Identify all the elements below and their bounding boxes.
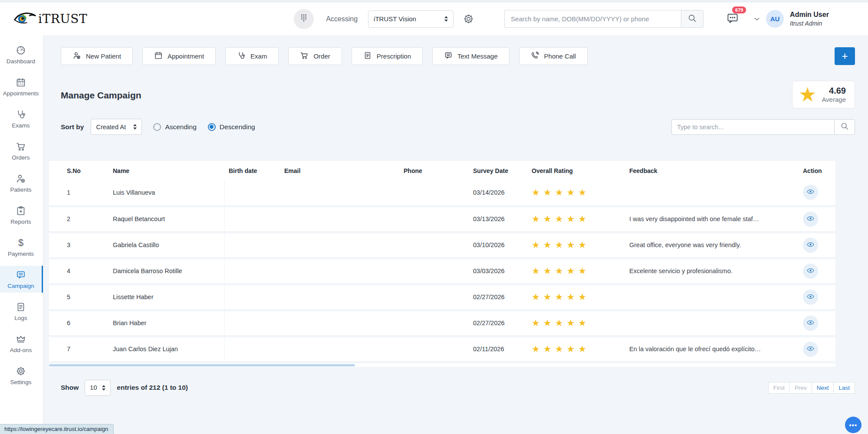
rating-stars: ★★★★★ <box>527 336 625 362</box>
eye-icon <box>806 293 815 301</box>
average-rating-card: ★ 4.69 Average <box>792 81 855 108</box>
chat-bubble-icon <box>726 12 739 26</box>
campaign-table: S.No Name Birth date Email Phone Survey … <box>49 161 835 367</box>
text-message-button[interactable]: Text Message <box>432 47 510 65</box>
ellipsis-icon: ••• <box>849 421 858 429</box>
view-button[interactable] <box>803 238 818 253</box>
order-button[interactable]: Order <box>288 47 342 65</box>
messages-count-badge: 679 <box>732 7 746 13</box>
stethoscope-icon <box>237 51 246 61</box>
sort-field-select[interactable]: Created At <box>91 119 142 135</box>
grid-dots-icon <box>299 13 309 25</box>
document-icon <box>0 302 42 312</box>
col-name: Name <box>108 161 224 180</box>
table-row: 1 Luis Villanueva 03/14/2026 ★★★★★ <box>49 180 835 206</box>
avatar[interactable]: AU <box>766 10 784 28</box>
view-button[interactable] <box>803 290 818 305</box>
logo-text: iTRUST <box>38 12 87 26</box>
ascending-radio[interactable]: Ascending <box>153 123 196 131</box>
sidebar-item-logs[interactable]: Logs <box>0 298 43 325</box>
prescription-button[interactable]: Prescription <box>352 47 423 65</box>
magnifier-icon <box>840 122 849 132</box>
sidebar-item-campaign[interactable]: Campaign <box>0 266 43 293</box>
location-select[interactable]: iTRUST Vision <box>368 10 454 28</box>
pagination-last-button[interactable]: Last <box>833 382 855 394</box>
sidebar-item-patients[interactable]: Patients <box>0 170 43 196</box>
account-chevron-down-icon[interactable] <box>753 15 761 23</box>
global-search-button[interactable] <box>681 10 704 28</box>
average-rating-label: Average <box>822 96 846 103</box>
pagination-first-button[interactable]: First <box>768 382 790 394</box>
page-size-select[interactable]: 10 <box>85 380 111 396</box>
appointment-button[interactable]: Appointment <box>142 47 216 65</box>
gear-icon[interactable] <box>463 13 474 24</box>
col-action: Action <box>799 161 835 180</box>
stethoscope-icon <box>0 109 42 120</box>
view-button[interactable] <box>803 316 818 331</box>
sidebar-item-payments[interactable]: $ Payments <box>0 234 43 261</box>
show-label: Show <box>61 384 79 392</box>
apps-grid-button[interactable] <box>294 9 314 29</box>
table-row: 5 Lissette Haber 02/27/2026 ★★★★★ <box>49 284 835 310</box>
sidebar-item-reports[interactable]: Reports <box>0 202 43 228</box>
user-block: Admin User Itrust Admin <box>790 10 829 27</box>
calendar-icon <box>0 77 42 88</box>
eye-icon <box>806 319 815 327</box>
main-content: New Patient Appointment Exam Order Presc… <box>43 35 868 434</box>
select-arrows-icon <box>102 385 105 391</box>
page-title: Manage Campaign <box>61 90 141 101</box>
clipboard-plus-icon <box>0 206 42 216</box>
select-arrows-icon <box>133 124 137 130</box>
sidebar-item-addons[interactable]: Add-ons <box>0 330 43 357</box>
sidebar-item-exams[interactable]: Exams <box>0 105 43 132</box>
plus-icon: + <box>842 51 848 62</box>
view-button[interactable] <box>803 212 818 227</box>
descending-radio[interactable]: Descending <box>208 123 255 131</box>
sort-by-label: Sort by <box>61 123 84 131</box>
support-chat-button[interactable]: ••• <box>845 417 861 433</box>
star-icon: ★ <box>799 85 816 104</box>
crown-icon <box>0 334 42 344</box>
sidebar-item-settings[interactable]: Settings <box>0 362 43 389</box>
view-button[interactable] <box>803 264 818 279</box>
phone-icon <box>531 51 539 61</box>
sidebar-item-appointments[interactable]: Appointments <box>0 73 43 100</box>
new-patient-button[interactable]: New Patient <box>61 47 133 65</box>
pagination-prev-button[interactable]: Prev <box>789 382 812 394</box>
view-button[interactable] <box>803 185 818 200</box>
table-row: 2 Raquel Betancourt 03/13/2026 ★★★★★ I w… <box>49 206 835 232</box>
exam-button[interactable]: Exam <box>225 47 279 65</box>
average-rating-value: 4.69 <box>822 86 846 96</box>
table-search-input[interactable] <box>671 119 834 135</box>
col-email: Email <box>280 161 399 180</box>
sidebar-item-dashboard[interactable]: Dashboard <box>0 41 43 68</box>
scrollbar-thumb[interactable] <box>49 364 355 366</box>
person-plus-icon <box>0 173 42 184</box>
view-button[interactable] <box>803 342 818 357</box>
phone-call-button[interactable]: Phone Call <box>519 47 588 65</box>
user-role: Itrust Admin <box>790 20 829 27</box>
sidebar-item-orders[interactable]: Orders <box>0 137 43 164</box>
eye-icon <box>806 215 815 223</box>
messages-button[interactable]: 679 <box>726 12 739 26</box>
horizontal-scrollbar[interactable] <box>49 364 835 367</box>
global-search-input[interactable] <box>504 10 681 28</box>
rating-stars: ★★★★★ <box>527 232 625 258</box>
gauge-icon <box>0 45 42 55</box>
eye-logo-icon <box>13 10 37 29</box>
cart-icon <box>300 51 309 61</box>
eye-icon <box>806 267 815 275</box>
col-birthdate: Birth date <box>224 161 280 180</box>
eye-icon <box>806 345 815 353</box>
table-row: 4 Damicela Barroso Rotille 03/03/2026 ★★… <box>49 258 835 284</box>
pagination-next-button[interactable]: Next <box>812 382 834 394</box>
rating-stars: ★★★★★ <box>527 284 625 310</box>
user-name: Admin User <box>790 10 829 20</box>
table-search-button[interactable] <box>834 119 855 135</box>
add-campaign-button[interactable]: + <box>835 47 855 65</box>
dollar-icon: $ <box>0 238 42 248</box>
table-row: 7 Juan Carlos Diez Lujan 02/11/2026 ★★★★… <box>49 336 835 362</box>
rating-stars: ★★★★★ <box>527 180 625 206</box>
table-header-row: S.No Name Birth date Email Phone Survey … <box>49 161 835 180</box>
app-logo[interactable]: iTRUST <box>13 10 87 29</box>
